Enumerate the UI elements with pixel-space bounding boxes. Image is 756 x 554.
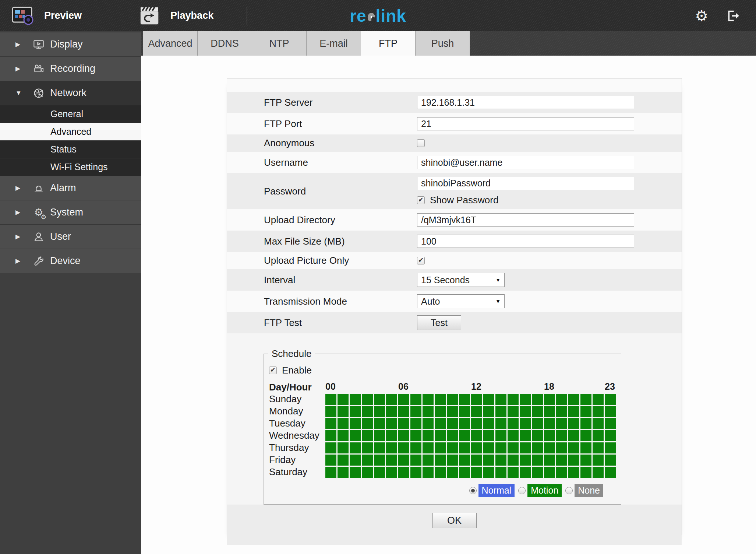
- username-input[interactable]: [417, 156, 634, 169]
- schedule-cell[interactable]: [471, 467, 482, 478]
- schedule-cell[interactable]: [544, 418, 555, 429]
- show-password-checkbox[interactable]: [417, 196, 425, 204]
- max-file-size-input[interactable]: [417, 235, 634, 248]
- schedule-cell[interactable]: [362, 455, 373, 466]
- schedule-cell[interactable]: [338, 418, 349, 429]
- schedule-cell[interactable]: [374, 467, 385, 478]
- ftp-test-button[interactable]: Test: [417, 315, 461, 330]
- schedule-cell[interactable]: [568, 406, 579, 417]
- schedule-cell[interactable]: [447, 418, 458, 429]
- schedule-cell[interactable]: [580, 394, 591, 405]
- schedule-cell[interactable]: [325, 467, 336, 478]
- schedule-cell[interactable]: [568, 467, 579, 478]
- schedule-cell[interactable]: [386, 406, 397, 417]
- schedule-cell[interactable]: [508, 430, 519, 441]
- schedule-cell[interactable]: [593, 455, 604, 466]
- schedule-cell[interactable]: [495, 442, 506, 453]
- password-input[interactable]: [417, 177, 634, 190]
- schedule-cell[interactable]: [362, 442, 373, 453]
- schedule-cell[interactable]: [459, 467, 470, 478]
- schedule-enable-checkbox[interactable]: [269, 367, 277, 374]
- schedule-cell[interactable]: [593, 394, 604, 405]
- schedule-cell[interactable]: [544, 442, 555, 453]
- schedule-cell[interactable]: [483, 394, 494, 405]
- schedule-cell[interactable]: [398, 467, 409, 478]
- schedule-cell[interactable]: [508, 394, 519, 405]
- schedule-cell[interactable]: [325, 418, 336, 429]
- upload-directory-input[interactable]: [417, 213, 634, 227]
- schedule-cell[interactable]: [350, 442, 361, 453]
- schedule-cell[interactable]: [350, 406, 361, 417]
- schedule-cell[interactable]: [386, 442, 397, 453]
- ok-button[interactable]: OK: [432, 513, 477, 528]
- schedule-cell[interactable]: [410, 418, 421, 429]
- schedule-cell[interactable]: [447, 394, 458, 405]
- mode-chip-none[interactable]: None: [575, 484, 603, 497]
- schedule-cell[interactable]: [508, 442, 519, 453]
- schedule-cell[interactable]: [459, 430, 470, 441]
- schedule-cell[interactable]: [593, 418, 604, 429]
- tab-ftp[interactable]: FTP: [361, 31, 416, 56]
- schedule-cell[interactable]: [556, 418, 567, 429]
- schedule-cell[interactable]: [544, 406, 555, 417]
- schedule-cell[interactable]: [495, 394, 506, 405]
- schedule-cell[interactable]: [435, 455, 446, 466]
- schedule-cell[interactable]: [520, 406, 531, 417]
- schedule-cell[interactable]: [495, 467, 506, 478]
- sidebar-item-alarm[interactable]: ▶Alarm: [0, 176, 141, 200]
- tab-e-mail[interactable]: E-mail: [307, 31, 361, 56]
- schedule-cell[interactable]: [520, 430, 531, 441]
- schedule-cell[interactable]: [532, 455, 543, 466]
- schedule-cell[interactable]: [338, 406, 349, 417]
- schedule-cell[interactable]: [447, 467, 458, 478]
- schedule-cell[interactable]: [556, 406, 567, 417]
- schedule-cell[interactable]: [532, 418, 543, 429]
- schedule-cell[interactable]: [580, 406, 591, 417]
- schedule-cell[interactable]: [398, 394, 409, 405]
- schedule-cell[interactable]: [435, 406, 446, 417]
- schedule-cell[interactable]: [605, 455, 616, 466]
- schedule-cell[interactable]: [508, 467, 519, 478]
- schedule-cell[interactable]: [495, 418, 506, 429]
- schedule-cell[interactable]: [410, 442, 421, 453]
- schedule-cell[interactable]: [423, 442, 434, 453]
- schedule-cell[interactable]: [435, 442, 446, 453]
- schedule-cell[interactable]: [471, 430, 482, 441]
- schedule-cell[interactable]: [520, 455, 531, 466]
- schedule-cell[interactable]: [580, 418, 591, 429]
- schedule-cell[interactable]: [362, 394, 373, 405]
- schedule-cell[interactable]: [374, 406, 385, 417]
- schedule-cell[interactable]: [605, 394, 616, 405]
- schedule-cell[interactable]: [532, 442, 543, 453]
- schedule-cell[interactable]: [508, 455, 519, 466]
- schedule-cell[interactable]: [556, 442, 567, 453]
- schedule-cell[interactable]: [532, 406, 543, 417]
- sidebar-item-network[interactable]: ▼Network: [0, 81, 141, 105]
- schedule-cell[interactable]: [580, 455, 591, 466]
- schedule-cell[interactable]: [423, 430, 434, 441]
- interval-select[interactable]: 15 Seconds▼: [417, 273, 505, 287]
- schedule-cell[interactable]: [593, 430, 604, 441]
- schedule-cell[interactable]: [362, 430, 373, 441]
- schedule-cell[interactable]: [580, 467, 591, 478]
- schedule-cell[interactable]: [580, 442, 591, 453]
- schedule-cell[interactable]: [459, 442, 470, 453]
- tab-ddns[interactable]: DDNS: [198, 31, 252, 56]
- sidebar-item-system[interactable]: ▶⚙⚙System: [0, 200, 141, 225]
- schedule-cell[interactable]: [483, 455, 494, 466]
- settings-gear-icon[interactable]: ⚙: [695, 8, 708, 23]
- schedule-cell[interactable]: [605, 430, 616, 441]
- schedule-cell[interactable]: [435, 418, 446, 429]
- schedule-cell[interactable]: [338, 430, 349, 441]
- schedule-cell[interactable]: [544, 455, 555, 466]
- schedule-cell[interactable]: [532, 394, 543, 405]
- schedule-cell[interactable]: [605, 467, 616, 478]
- schedule-cell[interactable]: [520, 418, 531, 429]
- sidebar-subitem-general[interactable]: General: [0, 105, 141, 123]
- schedule-cell[interactable]: [532, 467, 543, 478]
- schedule-cell[interactable]: [556, 430, 567, 441]
- schedule-cell[interactable]: [423, 418, 434, 429]
- logout-icon[interactable]: [725, 8, 741, 23]
- schedule-cell[interactable]: [544, 430, 555, 441]
- schedule-cell[interactable]: [338, 394, 349, 405]
